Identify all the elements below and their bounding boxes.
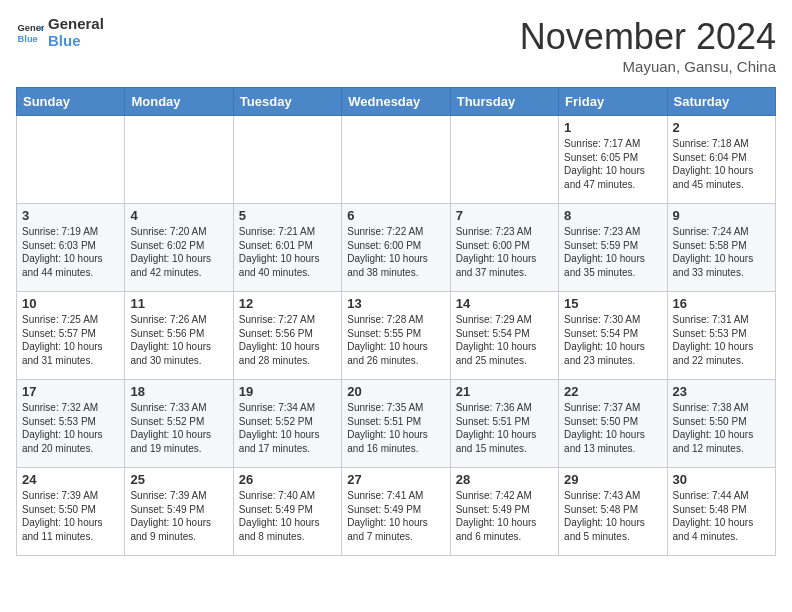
calendar-cell: 9Sunrise: 7:24 AM Sunset: 5:58 PM Daylig… bbox=[667, 204, 775, 292]
day-info: Sunrise: 7:39 AM Sunset: 5:49 PM Dayligh… bbox=[130, 489, 227, 543]
day-number: 18 bbox=[130, 384, 227, 399]
calendar-cell: 5Sunrise: 7:21 AM Sunset: 6:01 PM Daylig… bbox=[233, 204, 341, 292]
calendar-cell: 14Sunrise: 7:29 AM Sunset: 5:54 PM Dayli… bbox=[450, 292, 558, 380]
day-info: Sunrise: 7:35 AM Sunset: 5:51 PM Dayligh… bbox=[347, 401, 444, 455]
calendar-cell: 10Sunrise: 7:25 AM Sunset: 5:57 PM Dayli… bbox=[17, 292, 125, 380]
day-number: 27 bbox=[347, 472, 444, 487]
weekday-header-saturday: Saturday bbox=[667, 88, 775, 116]
calendar-cell: 8Sunrise: 7:23 AM Sunset: 5:59 PM Daylig… bbox=[559, 204, 667, 292]
calendar-cell: 7Sunrise: 7:23 AM Sunset: 6:00 PM Daylig… bbox=[450, 204, 558, 292]
day-info: Sunrise: 7:23 AM Sunset: 5:59 PM Dayligh… bbox=[564, 225, 661, 279]
weekday-header-row: SundayMondayTuesdayWednesdayThursdayFrid… bbox=[17, 88, 776, 116]
calendar-cell: 17Sunrise: 7:32 AM Sunset: 5:53 PM Dayli… bbox=[17, 380, 125, 468]
logo: General Blue General Blue bbox=[16, 16, 104, 49]
day-number: 5 bbox=[239, 208, 336, 223]
day-info: Sunrise: 7:34 AM Sunset: 5:52 PM Dayligh… bbox=[239, 401, 336, 455]
weekday-header-sunday: Sunday bbox=[17, 88, 125, 116]
day-info: Sunrise: 7:29 AM Sunset: 5:54 PM Dayligh… bbox=[456, 313, 553, 367]
day-info: Sunrise: 7:39 AM Sunset: 5:50 PM Dayligh… bbox=[22, 489, 119, 543]
month-title: November 2024 bbox=[520, 16, 776, 58]
calendar-cell: 18Sunrise: 7:33 AM Sunset: 5:52 PM Dayli… bbox=[125, 380, 233, 468]
calendar-cell: 24Sunrise: 7:39 AM Sunset: 5:50 PM Dayli… bbox=[17, 468, 125, 556]
day-number: 9 bbox=[673, 208, 770, 223]
calendar-cell: 3Sunrise: 7:19 AM Sunset: 6:03 PM Daylig… bbox=[17, 204, 125, 292]
day-info: Sunrise: 7:21 AM Sunset: 6:01 PM Dayligh… bbox=[239, 225, 336, 279]
day-number: 19 bbox=[239, 384, 336, 399]
day-number: 22 bbox=[564, 384, 661, 399]
calendar-cell: 26Sunrise: 7:40 AM Sunset: 5:49 PM Dayli… bbox=[233, 468, 341, 556]
day-number: 4 bbox=[130, 208, 227, 223]
day-number: 24 bbox=[22, 472, 119, 487]
day-info: Sunrise: 7:32 AM Sunset: 5:53 PM Dayligh… bbox=[22, 401, 119, 455]
calendar-cell: 6Sunrise: 7:22 AM Sunset: 6:00 PM Daylig… bbox=[342, 204, 450, 292]
day-number: 6 bbox=[347, 208, 444, 223]
day-info: Sunrise: 7:31 AM Sunset: 5:53 PM Dayligh… bbox=[673, 313, 770, 367]
day-number: 29 bbox=[564, 472, 661, 487]
day-number: 17 bbox=[22, 384, 119, 399]
day-info: Sunrise: 7:43 AM Sunset: 5:48 PM Dayligh… bbox=[564, 489, 661, 543]
title-block: November 2024 Mayuan, Gansu, China bbox=[520, 16, 776, 75]
day-info: Sunrise: 7:24 AM Sunset: 5:58 PM Dayligh… bbox=[673, 225, 770, 279]
calendar-week-4: 17Sunrise: 7:32 AM Sunset: 5:53 PM Dayli… bbox=[17, 380, 776, 468]
calendar-cell: 15Sunrise: 7:30 AM Sunset: 5:54 PM Dayli… bbox=[559, 292, 667, 380]
day-info: Sunrise: 7:30 AM Sunset: 5:54 PM Dayligh… bbox=[564, 313, 661, 367]
day-number: 21 bbox=[456, 384, 553, 399]
calendar-table: SundayMondayTuesdayWednesdayThursdayFrid… bbox=[16, 87, 776, 556]
day-number: 10 bbox=[22, 296, 119, 311]
logo-icon: General Blue bbox=[16, 19, 44, 47]
calendar-week-1: 1Sunrise: 7:17 AM Sunset: 6:05 PM Daylig… bbox=[17, 116, 776, 204]
day-info: Sunrise: 7:40 AM Sunset: 5:49 PM Dayligh… bbox=[239, 489, 336, 543]
day-number: 20 bbox=[347, 384, 444, 399]
calendar-cell: 27Sunrise: 7:41 AM Sunset: 5:49 PM Dayli… bbox=[342, 468, 450, 556]
calendar-cell bbox=[125, 116, 233, 204]
calendar-cell: 11Sunrise: 7:26 AM Sunset: 5:56 PM Dayli… bbox=[125, 292, 233, 380]
day-number: 14 bbox=[456, 296, 553, 311]
calendar-cell: 28Sunrise: 7:42 AM Sunset: 5:49 PM Dayli… bbox=[450, 468, 558, 556]
calendar-cell: 29Sunrise: 7:43 AM Sunset: 5:48 PM Dayli… bbox=[559, 468, 667, 556]
day-info: Sunrise: 7:20 AM Sunset: 6:02 PM Dayligh… bbox=[130, 225, 227, 279]
day-number: 3 bbox=[22, 208, 119, 223]
calendar-cell: 2Sunrise: 7:18 AM Sunset: 6:04 PM Daylig… bbox=[667, 116, 775, 204]
day-info: Sunrise: 7:33 AM Sunset: 5:52 PM Dayligh… bbox=[130, 401, 227, 455]
day-info: Sunrise: 7:19 AM Sunset: 6:03 PM Dayligh… bbox=[22, 225, 119, 279]
day-number: 8 bbox=[564, 208, 661, 223]
page-header: General Blue General Blue November 2024 … bbox=[16, 16, 776, 75]
day-number: 11 bbox=[130, 296, 227, 311]
day-info: Sunrise: 7:27 AM Sunset: 5:56 PM Dayligh… bbox=[239, 313, 336, 367]
calendar-cell bbox=[342, 116, 450, 204]
day-number: 13 bbox=[347, 296, 444, 311]
day-info: Sunrise: 7:44 AM Sunset: 5:48 PM Dayligh… bbox=[673, 489, 770, 543]
day-number: 26 bbox=[239, 472, 336, 487]
calendar-cell: 1Sunrise: 7:17 AM Sunset: 6:05 PM Daylig… bbox=[559, 116, 667, 204]
day-info: Sunrise: 7:41 AM Sunset: 5:49 PM Dayligh… bbox=[347, 489, 444, 543]
day-number: 12 bbox=[239, 296, 336, 311]
day-number: 25 bbox=[130, 472, 227, 487]
day-number: 1 bbox=[564, 120, 661, 135]
day-number: 30 bbox=[673, 472, 770, 487]
calendar-cell: 22Sunrise: 7:37 AM Sunset: 5:50 PM Dayli… bbox=[559, 380, 667, 468]
day-info: Sunrise: 7:37 AM Sunset: 5:50 PM Dayligh… bbox=[564, 401, 661, 455]
svg-text:Blue: Blue bbox=[18, 33, 38, 43]
calendar-cell bbox=[17, 116, 125, 204]
day-info: Sunrise: 7:28 AM Sunset: 5:55 PM Dayligh… bbox=[347, 313, 444, 367]
day-number: 23 bbox=[673, 384, 770, 399]
logo-blue: Blue bbox=[48, 33, 104, 50]
weekday-header-wednesday: Wednesday bbox=[342, 88, 450, 116]
calendar-cell: 19Sunrise: 7:34 AM Sunset: 5:52 PM Dayli… bbox=[233, 380, 341, 468]
calendar-cell: 20Sunrise: 7:35 AM Sunset: 5:51 PM Dayli… bbox=[342, 380, 450, 468]
logo-general: General bbox=[48, 16, 104, 33]
calendar-cell: 13Sunrise: 7:28 AM Sunset: 5:55 PM Dayli… bbox=[342, 292, 450, 380]
calendar-week-3: 10Sunrise: 7:25 AM Sunset: 5:57 PM Dayli… bbox=[17, 292, 776, 380]
calendar-cell: 30Sunrise: 7:44 AM Sunset: 5:48 PM Dayli… bbox=[667, 468, 775, 556]
day-number: 16 bbox=[673, 296, 770, 311]
calendar-cell bbox=[450, 116, 558, 204]
weekday-header-friday: Friday bbox=[559, 88, 667, 116]
day-info: Sunrise: 7:38 AM Sunset: 5:50 PM Dayligh… bbox=[673, 401, 770, 455]
day-number: 15 bbox=[564, 296, 661, 311]
day-info: Sunrise: 7:17 AM Sunset: 6:05 PM Dayligh… bbox=[564, 137, 661, 191]
weekday-header-monday: Monday bbox=[125, 88, 233, 116]
day-info: Sunrise: 7:23 AM Sunset: 6:00 PM Dayligh… bbox=[456, 225, 553, 279]
day-number: 28 bbox=[456, 472, 553, 487]
day-number: 2 bbox=[673, 120, 770, 135]
day-info: Sunrise: 7:22 AM Sunset: 6:00 PM Dayligh… bbox=[347, 225, 444, 279]
